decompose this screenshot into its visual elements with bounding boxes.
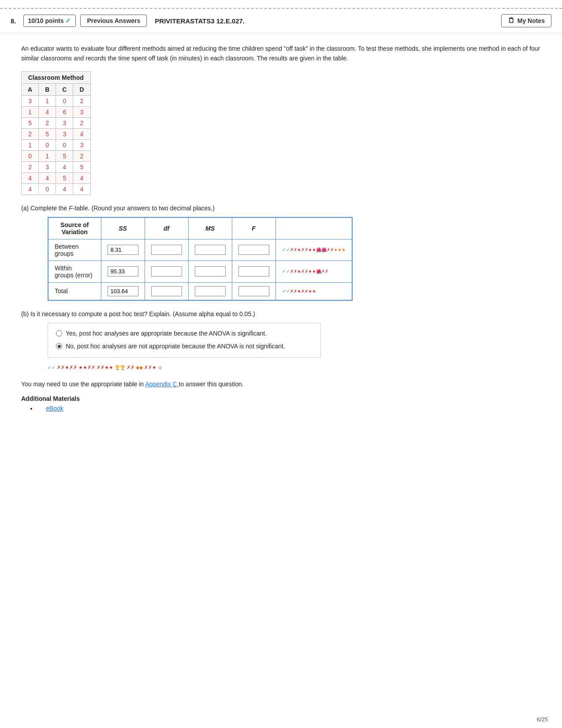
th-df: df — [145, 217, 188, 239]
ss-cell-1 — [101, 261, 145, 282]
classroom-cell-r7c2: 5 — [56, 172, 73, 183]
th-ss: SS — [101, 217, 145, 239]
classroom-cell-r7c0: 4 — [22, 172, 39, 183]
ms-input-1[interactable] — [195, 266, 226, 276]
radio-btn-1[interactable] — [56, 330, 62, 336]
classroom-cell-r3c1: 5 — [39, 128, 56, 139]
classroom-cell-r8c3: 4 — [73, 183, 90, 194]
source-cell-0: Betweengroups — [48, 239, 101, 261]
classroom-cell-r2c2: 3 — [56, 117, 73, 128]
problem-id: PRIVITERASTATS3 12.E.027. — [155, 17, 496, 25]
appendix-link[interactable]: Appendix C — [145, 381, 179, 388]
classroom-cell-r6c2: 4 — [56, 161, 73, 172]
classroom-cell-r2c3: 2 — [73, 117, 90, 128]
part-b-options-box: Yes, post hoc analyses are appropriate b… — [48, 323, 321, 358]
ms-cell-0 — [188, 239, 232, 261]
previous-answers-button[interactable]: Previous Answers — [80, 15, 147, 27]
classroom-cell-r2c0: 5 — [22, 117, 39, 128]
ss-input-1[interactable] — [108, 266, 138, 276]
classroom-cell-r6c3: 5 — [73, 161, 90, 172]
classroom-table-title: Classroom Method — [22, 71, 91, 83]
ms-input-0[interactable] — [195, 245, 226, 255]
df-input-0[interactable] — [151, 245, 182, 255]
ss-cell-2 — [101, 282, 145, 300]
df-cell-0 — [145, 239, 188, 261]
classroom-cell-r1c0: 1 — [22, 106, 39, 117]
classroom-cell-r7c1: 4 — [39, 172, 56, 183]
question-number: 8. — [11, 17, 16, 25]
classroom-cell-r8c1: 0 — [39, 183, 56, 194]
radio-btn-2[interactable] — [56, 343, 62, 349]
source-cell-1: Withingroups (error) — [48, 261, 101, 282]
radio-option-1[interactable]: Yes, post hoc analyses are appropriate b… — [56, 329, 313, 338]
list-item-ebook: eBook — [37, 405, 541, 412]
classroom-cell-r4c1: 0 — [39, 139, 56, 150]
f-input-1[interactable] — [238, 266, 269, 276]
ss-cell-0 — [101, 239, 145, 261]
df-cell-1 — [145, 261, 188, 282]
f-table: Source ofVariation SS df MS F Betweengro… — [48, 217, 353, 301]
f-input-2[interactable] — [238, 286, 269, 296]
part-a-label: (a) Complete the F-table. (Round your an… — [21, 205, 541, 212]
feedback-cell-2: ✓✓✗✗★✗✗★★ — [275, 282, 352, 300]
classroom-cell-r5c0: 0 — [22, 150, 39, 161]
classroom-cell-r5c2: 5 — [56, 150, 73, 161]
classroom-table: Classroom Method A B C D 310214635232253… — [21, 71, 91, 195]
f-cell-0 — [232, 239, 275, 261]
ms-cell-2 — [188, 282, 232, 300]
page-number: 6/25 — [537, 716, 548, 723]
appendix-text: You may need to use the appropriate tabl… — [21, 379, 541, 389]
df-cell-2 — [145, 282, 188, 300]
th-source: Source ofVariation — [48, 217, 101, 239]
ebook-link[interactable]: eBook — [46, 405, 63, 412]
classroom-cell-r3c0: 2 — [22, 128, 39, 139]
classroom-cell-r8c0: 4 — [22, 183, 39, 194]
classroom-table-wrapper: Classroom Method A B C D 310214635232253… — [21, 71, 541, 195]
page-footer: 6/25 — [537, 716, 548, 723]
ss-input-0[interactable] — [108, 245, 138, 255]
classroom-cell-r2c1: 2 — [39, 117, 56, 128]
classroom-cell-r3c3: 4 — [73, 128, 90, 139]
ss-input-2[interactable] — [108, 286, 138, 296]
header-bar: 8. 10/10 points ✓ Previous Answers PRIVI… — [0, 9, 562, 33]
classroom-cell-r8c2: 4 — [56, 183, 73, 194]
ms-input-2[interactable] — [195, 286, 226, 296]
th-f: F — [232, 217, 275, 239]
df-input-2[interactable] — [151, 286, 182, 296]
f-input-0[interactable] — [238, 245, 269, 255]
classroom-cell-r6c0: 2 — [22, 161, 39, 172]
feedback-cell-1: ✓✓✗✗★✗✗★★🌺✗✗ — [275, 261, 352, 282]
th-ms: MS — [188, 217, 232, 239]
f-cell-2 — [232, 282, 275, 300]
classroom-cell-r0c2: 0 — [56, 95, 73, 106]
points-value: 10/10 points — [28, 17, 64, 24]
df-input-1[interactable] — [151, 266, 182, 276]
f-cell-1 — [232, 261, 275, 282]
main-content: An educator wants to evaluate four diffe… — [0, 33, 562, 422]
classroom-cell-r3c2: 3 — [56, 128, 73, 139]
my-notes-label: My Notes — [517, 17, 545, 24]
classroom-cell-r0c0: 3 — [22, 95, 39, 106]
classroom-cell-r0c3: 2 — [73, 95, 90, 106]
radio-option-2[interactable]: No, post hoc analyses are not appropriat… — [56, 342, 313, 351]
classroom-cell-r1c3: 3 — [73, 106, 90, 117]
points-badge: 10/10 points ✓ — [23, 15, 76, 27]
col-header-c: C — [56, 83, 73, 95]
classroom-cell-r7c3: 4 — [73, 172, 90, 183]
radio-label-2: No, post hoc analyses are not appropriat… — [66, 342, 285, 351]
feedback-cell-0: ✓✓✗✗★✗✗★★🌺🌺✗✗★★★ — [275, 239, 352, 261]
col-header-d: D — [73, 83, 90, 95]
classroom-cell-r5c1: 1 — [39, 150, 56, 161]
my-notes-button[interactable]: 🗒 My Notes — [501, 14, 551, 27]
part-b-feedback: ✓✓ ✗✗★✗✗ ★★✗✗ ✗✗★★ 🏆🏆 ✗✗ ◆◆ ✗✗★ ⊙ — [48, 365, 541, 370]
part-b-label: (b) Is it necessary to compute a post ho… — [21, 310, 541, 317]
ftable-wrapper: Source ofVariation SS df MS F Betweengro… — [48, 217, 541, 301]
col-header-a: A — [22, 83, 39, 95]
materials-list: eBook — [37, 405, 541, 412]
source-cell-2: Total — [48, 282, 101, 300]
additional-materials-label: Additional Materials — [21, 395, 541, 402]
ms-cell-1 — [188, 261, 232, 282]
checkmark-icon: ✓ — [65, 17, 71, 25]
classroom-cell-r4c3: 3 — [73, 139, 90, 150]
classroom-cell-r5c3: 2 — [73, 150, 90, 161]
